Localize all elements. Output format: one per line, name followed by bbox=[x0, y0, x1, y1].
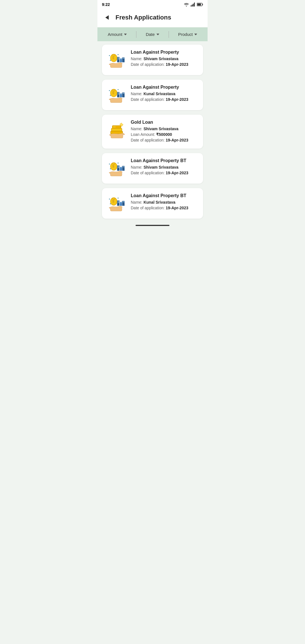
card-name: Name: Shivam Srivastava bbox=[131, 165, 199, 169]
back-arrow-icon bbox=[105, 15, 109, 20]
filter-divider-2 bbox=[169, 31, 169, 38]
card-content: Loan Against PropertyName: Kunal Srivast… bbox=[131, 85, 199, 103]
svg-point-11 bbox=[117, 54, 118, 55]
svg-rect-19 bbox=[117, 59, 118, 60]
card-title: Loan Against Property bbox=[131, 50, 199, 55]
battery-icon bbox=[197, 3, 203, 6]
card-title: Loan Against Property BT bbox=[131, 158, 199, 163]
lap-icon: $ bbox=[106, 50, 127, 70]
svg-rect-83 bbox=[117, 201, 118, 202]
lap-icon: $ bbox=[106, 158, 127, 179]
wifi-icon bbox=[184, 3, 189, 6]
applications-list: $ Loan Against PropertyName: Shivam Sriv… bbox=[97, 41, 208, 222]
svg-rect-68 bbox=[119, 167, 119, 168]
home-indicator bbox=[97, 222, 208, 228]
svg-rect-69 bbox=[121, 167, 121, 168]
svg-text:$: $ bbox=[112, 199, 114, 203]
application-card[interactable]: $ Loan Against PropertyName: Kunal Sriva… bbox=[102, 80, 203, 110]
svg-rect-39 bbox=[121, 94, 121, 95]
svg-rect-17 bbox=[117, 58, 118, 58]
svg-point-29 bbox=[117, 89, 118, 90]
filter-divider-1 bbox=[136, 31, 136, 38]
product-filter-label: Product bbox=[178, 32, 193, 37]
card-title: Loan Against Property BT bbox=[131, 193, 199, 198]
svg-point-60 bbox=[110, 168, 111, 169]
svg-point-58 bbox=[109, 164, 110, 164]
svg-rect-74 bbox=[113, 198, 115, 200]
svg-rect-6 bbox=[202, 4, 203, 5]
svg-rect-37 bbox=[117, 94, 118, 95]
status-icons bbox=[184, 3, 203, 6]
application-card[interactable]: Gold LoanName: Shivam SrivastavaLoan Amo… bbox=[102, 115, 203, 149]
card-content: Loan Against Property BTName: Shivam Sri… bbox=[131, 158, 199, 176]
card-date: Date of application: 19-Apr-2023 bbox=[131, 97, 199, 102]
chevron-down-icon bbox=[156, 34, 159, 35]
page-title: Fresh Applications bbox=[116, 14, 171, 21]
svg-point-10 bbox=[109, 55, 110, 56]
svg-text:$: $ bbox=[112, 164, 114, 168]
svg-rect-1 bbox=[192, 5, 193, 6]
card-date: Date of application: 19-Apr-2023 bbox=[131, 138, 199, 142]
card-name: Name: Shivam Srivastava bbox=[131, 127, 199, 131]
product-filter[interactable]: Product bbox=[176, 31, 200, 38]
chevron-down-icon bbox=[124, 34, 127, 35]
card-date: Date of application: 19-Apr-2023 bbox=[131, 206, 199, 210]
svg-rect-36 bbox=[119, 93, 119, 93]
date-filter-label: Date bbox=[146, 32, 155, 37]
application-card[interactable]: $ Loan Against Property BTName: Kunal Sr… bbox=[102, 188, 203, 219]
svg-rect-41 bbox=[123, 93, 123, 94]
amount-filter[interactable]: Amount bbox=[105, 31, 129, 38]
svg-point-78 bbox=[110, 203, 111, 204]
date-filter[interactable]: Date bbox=[143, 31, 162, 38]
svg-rect-2 bbox=[193, 4, 194, 6]
card-name: Name: Kunal Srivastava bbox=[131, 92, 199, 96]
card-title: Loan Against Property bbox=[131, 85, 199, 90]
card-content: Loan Against PropertyName: Shivam Srivas… bbox=[131, 50, 199, 68]
svg-rect-88 bbox=[121, 203, 122, 203]
svg-text:$: $ bbox=[112, 56, 114, 60]
svg-rect-3 bbox=[194, 3, 195, 6]
svg-rect-87 bbox=[121, 203, 121, 203]
svg-rect-56 bbox=[113, 163, 115, 165]
card-loan-amount: Loan Amount: ₹500000 bbox=[131, 132, 199, 137]
svg-rect-5 bbox=[197, 4, 201, 6]
svg-rect-40 bbox=[121, 94, 122, 95]
svg-rect-71 bbox=[123, 166, 123, 167]
card-date: Date of application: 19-Apr-2023 bbox=[131, 62, 199, 67]
svg-rect-90 bbox=[124, 201, 125, 202]
card-title: Gold Loan bbox=[131, 120, 199, 125]
card-name: Name: Kunal Srivastava bbox=[131, 200, 199, 204]
header: Fresh Applications bbox=[97, 9, 208, 27]
svg-rect-42 bbox=[124, 93, 125, 94]
svg-rect-8 bbox=[113, 54, 115, 56]
back-button[interactable] bbox=[102, 12, 112, 23]
home-bar bbox=[136, 225, 169, 226]
card-name: Name: Shivam Srivastava bbox=[131, 56, 199, 61]
svg-point-77 bbox=[117, 198, 118, 199]
svg-rect-0 bbox=[191, 5, 191, 6]
svg-rect-84 bbox=[119, 201, 119, 202]
svg-rect-67 bbox=[117, 167, 118, 168]
application-card[interactable]: $ Loan Against Property BTName: Shivam S… bbox=[102, 153, 203, 184]
svg-point-12 bbox=[110, 60, 111, 61]
svg-rect-24 bbox=[124, 58, 125, 59]
status-bar: 9:22 bbox=[97, 0, 208, 9]
chevron-down-icon bbox=[194, 34, 197, 35]
svg-rect-20 bbox=[119, 59, 119, 60]
card-content: Gold LoanName: Shivam SrivastavaLoan Amo… bbox=[131, 120, 199, 143]
filter-bar: Amount Date Product bbox=[97, 27, 208, 41]
gold-loan-icon bbox=[106, 120, 127, 140]
amount-filter-label: Amount bbox=[108, 32, 122, 37]
svg-rect-18 bbox=[119, 58, 119, 58]
svg-point-28 bbox=[109, 90, 110, 91]
svg-rect-86 bbox=[119, 202, 119, 203]
svg-rect-22 bbox=[121, 59, 122, 60]
application-card[interactable]: $ Loan Against PropertyName: Shivam Sriv… bbox=[102, 45, 203, 75]
svg-point-76 bbox=[109, 199, 110, 199]
svg-rect-26 bbox=[113, 89, 115, 91]
svg-rect-72 bbox=[124, 166, 125, 167]
svg-text:$: $ bbox=[112, 91, 114, 95]
signal-icon bbox=[191, 3, 195, 6]
svg-rect-38 bbox=[119, 94, 119, 95]
time: 9:22 bbox=[102, 2, 110, 7]
